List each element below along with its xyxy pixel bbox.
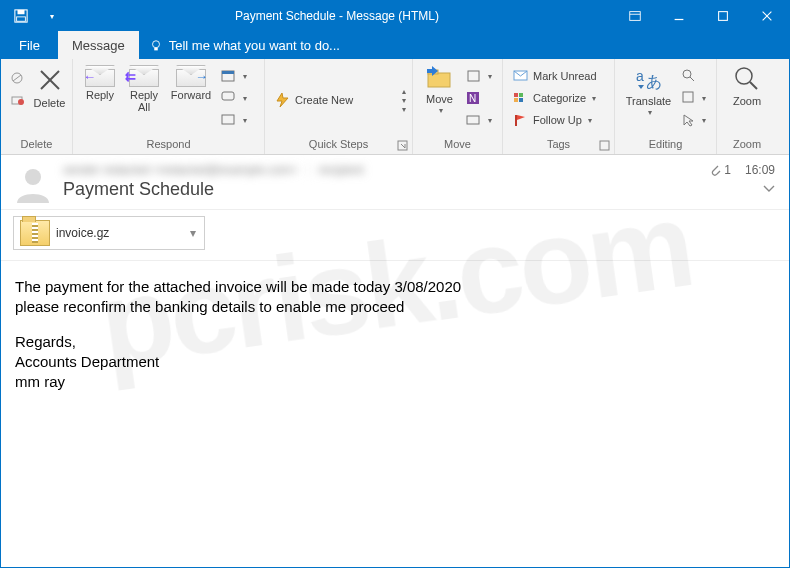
- dialog-launcher-icon[interactable]: [599, 140, 611, 152]
- group-label-editing: Editing: [615, 136, 716, 154]
- translate-icon: aあ: [634, 65, 664, 93]
- close-icon: [760, 9, 774, 23]
- delete-button[interactable]: Delete: [33, 63, 66, 109]
- group-quick-steps: Create New ▴ ▾ ▾ Quick Steps: [265, 59, 413, 154]
- svg-line-12: [13, 75, 21, 81]
- tab-file[interactable]: File: [1, 31, 58, 59]
- svg-rect-1: [18, 10, 25, 14]
- related-button[interactable]: ▾: [678, 87, 710, 109]
- categorize-icon: [513, 92, 529, 104]
- maximize-button[interactable]: [701, 1, 745, 31]
- body-line: mm ray: [15, 373, 65, 390]
- group-move: Move▾ ▾ N ▾ Move: [413, 59, 503, 154]
- body-line: The payment for the attached invoice wil…: [15, 278, 461, 295]
- group-respond: ← Reply ⇇ Reply All → Forward ▾ ▾ ▾ Resp…: [73, 59, 265, 154]
- svg-rect-3: [630, 12, 641, 21]
- svg-marker-42: [684, 115, 693, 126]
- select-button[interactable]: ▾: [678, 109, 710, 131]
- lightning-icon: [275, 92, 291, 108]
- group-label-tags: Tags: [503, 136, 614, 154]
- group-label-delete: Delete: [1, 136, 72, 154]
- window-title: Payment Schedule - Message (HTML): [61, 9, 613, 23]
- expand-header-icon[interactable]: [763, 183, 775, 193]
- junk-button[interactable]: [7, 89, 29, 111]
- tell-me-label: Tell me what you want to do...: [169, 38, 340, 53]
- svg-rect-33: [519, 98, 523, 102]
- minimize-button[interactable]: [657, 1, 701, 31]
- ribbon-display-options[interactable]: [613, 1, 657, 31]
- more-respond-button[interactable]: ▾: [217, 109, 251, 131]
- svg-point-45: [25, 169, 41, 185]
- body-line: please reconfirm the banking details to …: [15, 298, 404, 315]
- qs-more[interactable]: ▾: [402, 105, 406, 114]
- attachment-indicator[interactable]: 1: [709, 163, 731, 177]
- ignore-button[interactable]: [7, 67, 29, 89]
- onenote-icon: N: [466, 91, 482, 105]
- window-icon: [628, 9, 642, 23]
- zoom-icon: [733, 65, 761, 93]
- reply-button[interactable]: ← Reply: [79, 63, 121, 101]
- svg-rect-32: [514, 98, 518, 102]
- related-icon: [682, 91, 696, 105]
- save-button[interactable]: [7, 1, 35, 31]
- group-delete: Delete Delete: [1, 59, 73, 154]
- move-folder-icon: [425, 65, 455, 91]
- move-button[interactable]: Move▾: [419, 63, 460, 117]
- tell-me-search[interactable]: Tell me what you want to do...: [139, 32, 350, 59]
- svg-rect-28: [467, 116, 479, 124]
- mail-closed-icon: [513, 70, 529, 82]
- pointer-icon: [682, 113, 696, 127]
- svg-marker-35: [517, 115, 525, 120]
- save-icon: [14, 9, 28, 23]
- attachment-bar: invoice.gz ▾: [1, 210, 789, 261]
- group-label-zoom: Zoom: [717, 136, 777, 154]
- ignore-icon: [11, 72, 25, 84]
- svg-rect-19: [222, 92, 234, 100]
- svg-line-44: [750, 82, 757, 89]
- create-new-label: Create New: [295, 94, 353, 106]
- translate-button[interactable]: aあ Translate▾: [621, 63, 676, 119]
- attachment-item[interactable]: invoice.gz ▾: [13, 216, 205, 250]
- svg-text:N: N: [469, 93, 476, 104]
- svg-rect-31: [519, 93, 523, 97]
- junk-icon: [11, 94, 25, 106]
- chat-icon: [221, 91, 237, 105]
- svg-point-9: [152, 40, 159, 47]
- qs-down[interactable]: ▾: [402, 96, 406, 105]
- im-button[interactable]: ▾: [217, 87, 251, 109]
- reply-label: Reply: [86, 89, 114, 101]
- svg-point-39: [683, 70, 691, 78]
- svg-rect-18: [222, 71, 234, 74]
- reply-all-button[interactable]: ⇇ Reply All: [123, 63, 165, 113]
- group-tags: Mark Unread Categorize▾ Follow Up▾ Tags: [503, 59, 615, 154]
- svg-rect-41: [683, 92, 693, 102]
- follow-up-button[interactable]: Follow Up▾: [509, 109, 608, 131]
- qs-up[interactable]: ▴: [402, 87, 406, 96]
- rules-button[interactable]: ▾: [462, 65, 496, 87]
- body-line: Regards,: [15, 333, 76, 350]
- reply-all-label: Reply All: [123, 89, 165, 113]
- forward-button[interactable]: → Forward: [167, 63, 215, 101]
- qat-dropdown[interactable]: ▾: [41, 1, 61, 31]
- close-button[interactable]: [745, 1, 789, 31]
- svg-rect-20: [222, 115, 234, 124]
- svg-rect-34: [515, 115, 517, 126]
- categorize-button[interactable]: Categorize▾: [509, 87, 608, 109]
- svg-rect-10: [154, 47, 158, 50]
- meeting-button[interactable]: ▾: [217, 65, 251, 87]
- group-label-move: Move: [413, 136, 502, 154]
- zoom-button[interactable]: Zoom: [723, 63, 771, 107]
- onenote-button[interactable]: N: [462, 87, 496, 109]
- dialog-launcher-icon[interactable]: [397, 140, 409, 152]
- attachment-dropdown[interactable]: ▾: [182, 226, 204, 240]
- search-icon: [682, 69, 696, 83]
- find-button[interactable]: [678, 65, 710, 87]
- mark-unread-button[interactable]: Mark Unread: [509, 65, 608, 87]
- tab-message[interactable]: Message: [58, 31, 139, 59]
- titlebar: ▾ Payment Schedule - Message (HTML): [1, 1, 789, 31]
- svg-text:a: a: [636, 68, 644, 84]
- archive-file-icon: [20, 220, 50, 246]
- received-time: 16:09: [745, 163, 775, 177]
- actions-button[interactable]: ▾: [462, 109, 496, 131]
- create-new-quickstep[interactable]: Create New: [271, 92, 357, 108]
